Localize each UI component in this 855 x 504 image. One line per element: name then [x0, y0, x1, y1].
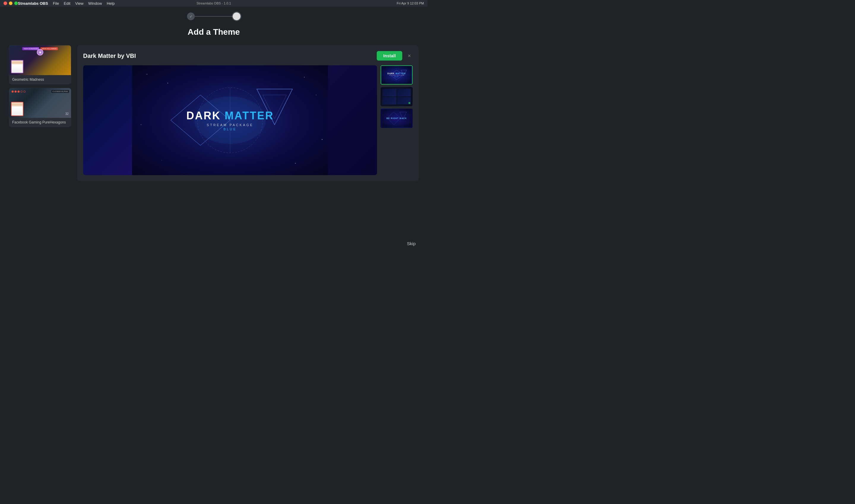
theme-card-geometric-madness[interactable]: NEW DONATION NEW FOLLOWER ★ Geometric [9, 45, 71, 84]
svg-point-3 [147, 74, 147, 74]
thumbnail-list: DARK MATTER STREAM PACKAGE BLUE [380, 65, 413, 175]
theme-card-hexagons-image: CLOSED-ALPHA 32 [9, 88, 71, 118]
menu-app-name[interactable]: Streamlabs OBS [18, 1, 48, 6]
svg-point-5 [304, 77, 305, 77]
system-status: Fri Apr 9 12:03 PM [397, 1, 424, 5]
maximize-button[interactable] [14, 1, 18, 5]
progress-stepper: ✓ [187, 13, 241, 20]
traffic-lights [3, 1, 18, 5]
step-line [195, 16, 233, 17]
step-1-check-icon: ✓ [190, 14, 193, 19]
window-title: Streamlabs OBS - 1.0.1 [197, 1, 231, 5]
svg-point-10 [295, 163, 296, 164]
main-content: ✓ Add a Theme NEW DONATION NEW FOLLOWER [0, 6, 427, 252]
titlebar: Streamlabs OBS File Edit View Window Hel… [0, 0, 427, 6]
skip-button[interactable]: Skip [407, 241, 416, 246]
menu-help[interactable]: Help [107, 1, 114, 6]
theme-detail-panel: Dark Matter by VBI Install × [77, 45, 418, 181]
thumbnail-3[interactable]: BE RIGHT BACK [380, 109, 413, 128]
geometric-overlay: NEW DONATION NEW FOLLOWER ★ [9, 46, 71, 75]
menu-edit[interactable]: Edit [64, 1, 70, 6]
svg-point-4 [167, 83, 168, 84]
system-clock: Fri Apr 9 12:03 PM [397, 1, 424, 5]
svg-point-9 [161, 160, 162, 161]
theme-detail-title: Dark Matter by VBI [83, 53, 136, 59]
dm-title-dark: DARK [186, 109, 225, 122]
hexagons-overlay: CLOSED-ALPHA 32 [9, 88, 71, 118]
dm-variant: BLUE [186, 127, 274, 131]
theme-card-geometric-image: NEW DONATION NEW FOLLOWER ★ [9, 46, 71, 75]
theme-card-hexagons[interactable]: CLOSED-ALPHA 32 Facebook Gaming PureHexa… [9, 88, 71, 127]
closed-alpha-tag: CLOSED-ALPHA [51, 90, 69, 93]
install-button[interactable]: Install [377, 51, 403, 60]
minimize-button[interactable] [9, 1, 13, 5]
svg-point-6 [316, 95, 317, 95]
theme-card-hexagons-label: Facebook Gaming PureHexagons [9, 118, 71, 127]
theme-detail-close-button[interactable]: × [406, 53, 413, 59]
theme-list: NEW DONATION NEW FOLLOWER ★ Geometric [9, 45, 71, 181]
dm-subtitle: STREAM PACKAGE [186, 123, 274, 127]
hex-number: 32 [65, 112, 69, 115]
menu-file[interactable]: File [53, 1, 59, 6]
menu-window[interactable]: Window [88, 1, 102, 6]
brb-text: BE RIGHT BACK [387, 117, 407, 119]
step-2-circle [233, 13, 241, 20]
cards-container: NEW DONATION NEW FOLLOWER ★ Geometric [9, 45, 418, 181]
menu-view[interactable]: View [75, 1, 84, 6]
thumbnail-2[interactable] [380, 87, 413, 106]
step-1-circle: ✓ [187, 13, 195, 20]
svg-point-7 [141, 124, 141, 125]
svg-point-8 [322, 139, 322, 140]
menu-bar: Streamlabs OBS File Edit View Window Hel… [18, 1, 114, 6]
theme-detail-body: DARK MATTER STREAM PACKAGE BLUE [83, 65, 413, 175]
page-title: Add a Theme [188, 27, 240, 37]
close-button[interactable] [3, 1, 7, 5]
dark-matter-text-content: DARK MATTER STREAM PACKAGE BLUE [186, 109, 274, 131]
theme-card-geometric-label: Geometric Madness [9, 75, 71, 84]
thumbnail-1[interactable]: DARK MATTER STREAM PACKAGE BLUE [380, 65, 413, 85]
theme-detail-actions: Install × [377, 51, 413, 60]
main-preview-area: DARK MATTER STREAM PACKAGE BLUE [83, 65, 377, 175]
dm-title-matter: MATTER [225, 109, 274, 122]
theme-detail-header: Dark Matter by VBI Install × [83, 51, 413, 60]
